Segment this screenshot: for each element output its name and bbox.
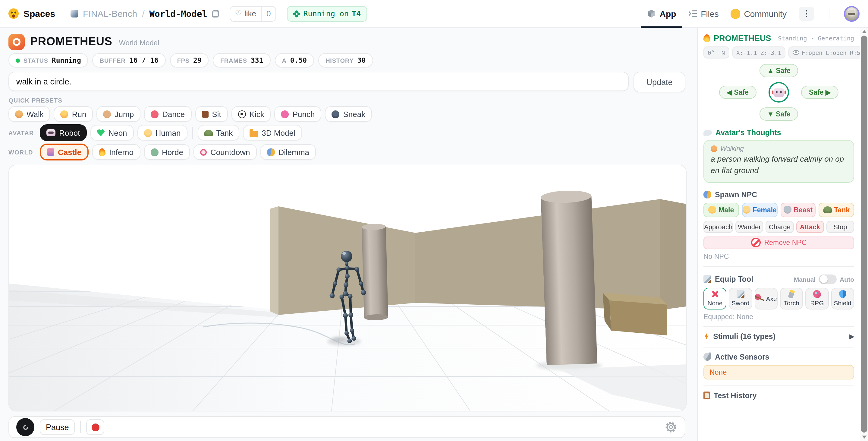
record-button[interactable] [87,419,104,435]
npc-stop-button[interactable]: Stop [827,220,854,233]
avatar-tank-button[interactable]: Tank [197,125,239,141]
equipped-status: Equipped: None [704,313,854,320]
movement-dpad: ▲ Safe ◀ Safe Safe ▶ ▼ Safe [704,64,854,121]
scrollbar-thumb[interactable] [861,36,867,433]
spawn-male-button[interactable]: Male [704,202,739,217]
avatar-3dmodel-button[interactable]: 3D Model [243,125,302,141]
telemetry-row: 0° N X:-1.1 Z:-3.1 F:open L:open R:5.0 [704,47,854,59]
preset-jump-button[interactable]: Jump [97,106,141,122]
world-inferno-button[interactable]: Inferno [92,144,140,160]
tool-axe-button[interactable]: Axe [754,288,778,309]
chair-icon [202,111,208,117]
world-countdown-button[interactable]: Countdown [193,144,257,160]
tab-files[interactable]: Files [688,0,718,27]
wolf-icon [783,206,791,213]
settings-button[interactable] [664,420,678,434]
axe-icon [755,294,764,302]
tool-torch-button[interactable]: Torch [780,288,803,309]
pause-button[interactable]: Pause [40,419,75,435]
like-label: like [244,9,256,18]
expand-arrow-icon[interactable]: ▶ [849,333,854,340]
spaces-brand[interactable]: Spaces [24,8,55,19]
preset-sit-button[interactable]: Sit [195,106,227,122]
side-panel: PROMETHEUS Standing · Generating 0° N X:… [698,28,860,441]
avatar-neon-button[interactable]: Neon [90,125,133,141]
breadcrumb-space-name[interactable]: World-Model [150,9,207,19]
thought-box: Walking a person walking forward calmly … [704,140,854,182]
org-avatar-icon[interactable] [70,10,78,18]
tab-app[interactable]: App [647,0,676,27]
reset-button[interactable] [16,418,34,436]
preset-sneak-button[interactable]: Sneak [325,106,372,122]
npc-approach-button[interactable]: Approach [704,220,733,233]
like-widget[interactable]: ♡like 0 [230,6,276,22]
scroll-down-arrow-icon[interactable] [862,436,867,439]
spawn-female-button[interactable]: Female [742,202,778,217]
scroll-up-arrow-icon[interactable] [862,30,867,33]
npc-wander-button[interactable]: Wander [735,220,763,233]
equip-mode-toggle[interactable] [818,274,837,284]
npc-charge-button[interactable]: Charge [766,220,794,233]
move-forward-button[interactable]: ▲ Safe [759,64,798,77]
runtime-badge[interactable]: Running on T4 [287,6,367,22]
castle-icon [47,148,54,156]
zombie-icon [150,148,158,156]
stimuli-section-header[interactable]: Stimuli (16 types) ▶ [704,332,854,341]
ninja-icon [332,110,340,118]
overflow-menu-button[interactable] [799,6,814,21]
world-dilemma-button[interactable]: Dilemma [260,144,316,160]
man-icon [708,206,716,213]
small-column [362,224,388,321]
divider [62,8,63,19]
page-scrollbar[interactable] [860,28,868,441]
preset-punch-button[interactable]: Punch [275,106,321,122]
world-viewport[interactable] [8,165,687,411]
tab-community[interactable]: Community [731,0,786,27]
tool-none-button[interactable]: None [704,288,727,309]
fps-pill: FPS29 [170,53,209,67]
remove-npc-button[interactable]: Remove NPC [704,236,854,249]
runtime-label: Running on [303,9,349,18]
like-count: 0 [261,6,276,21]
preset-dance-button[interactable]: Dance [144,106,191,122]
cube-icon [647,9,656,18]
heart-icon: ♡ [235,9,242,18]
preset-run-button[interactable]: Run [54,106,93,122]
npc-attack-button[interactable]: Attack [796,220,824,233]
dance-icon [151,110,158,118]
prompt-input[interactable] [8,72,629,91]
app-title: PROMETHEUS [30,35,112,48]
preset-kick-button[interactable]: Kick [231,106,271,122]
user-avatar[interactable] [844,6,860,22]
top-navbar: Spaces FINAL-Bench / World-Model ♡like 0… [0,0,868,28]
world-horde-button[interactable]: Horde [144,144,190,160]
history-heading: Test History [714,391,757,400]
woman-icon [743,206,750,213]
update-button[interactable]: Update [633,72,685,92]
quick-presets-row: Walk Run Jump Dance Sit Kick Punch Sneak [8,106,685,122]
3d-scene [9,165,686,411]
large-column [541,190,597,365]
page: Spaces FINAL-Bench / World-Model ♡like 0… [0,0,868,441]
move-left-button[interactable]: ◀ Safe [719,86,756,99]
files-icon [688,10,697,18]
thought-text: a person walking forward calmly on open … [711,154,847,176]
move-back-button[interactable]: ▼ Safe [759,108,798,121]
robot-face-icon [773,88,784,97]
tool-sword-button[interactable]: Sword [729,288,752,309]
breadcrumb-owner[interactable]: FINAL-Bench [83,8,137,19]
theater-masks-icon [704,190,711,199]
spawn-tank-button[interactable]: Tank [819,202,855,217]
avatar-human-button[interactable]: Human [137,125,187,141]
spawn-beast-button[interactable]: Beast [780,202,816,217]
preset-walk-button[interactable]: Walk [8,106,50,122]
tool-rpg-button[interactable]: RPG [806,288,829,309]
move-right-button[interactable]: Safe ▶ [801,86,839,99]
tool-shield-button[interactable]: Shield [831,288,854,309]
auto-label: Auto [840,275,854,283]
copy-icon[interactable] [212,10,219,17]
avatar-robot-button[interactable]: Robot [40,124,87,141]
sensors-heading: Active Sensors [715,353,770,361]
walk-icon [15,110,23,118]
world-castle-button[interactable]: Castle [40,144,89,160]
